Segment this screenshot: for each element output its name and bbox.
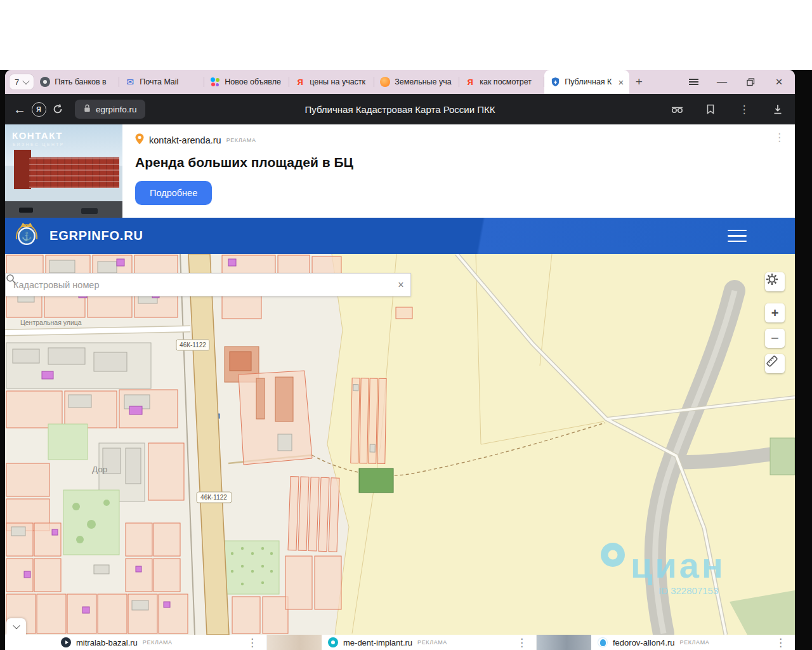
tab-banks[interactable]: Пять банков в xyxy=(34,70,119,94)
map-settings-button[interactable] xyxy=(765,272,785,291)
road-badge-1: 46К-1122 xyxy=(176,340,209,350)
tab-classifieds[interactable]: Новое объявле xyxy=(204,70,289,94)
site-brand[interactable]: EGRPINFO.RU xyxy=(49,229,143,243)
yandex-icon: Я xyxy=(465,77,475,87)
strip-parcels-a xyxy=(288,477,339,552)
tab-label: Земельные уча xyxy=(395,77,454,86)
svg-text:циан: циан xyxy=(631,545,726,585)
search-clear-icon[interactable]: × xyxy=(391,274,410,296)
chevron-down-icon xyxy=(23,77,30,84)
bottom-ad-1[interactable]: mitralab-bazal.ru РЕКЛАМА ⋮ xyxy=(5,635,266,650)
tab-label: как посмотрет xyxy=(480,77,539,86)
ad-thumbnail[interactable] xyxy=(537,635,591,650)
shield-icon xyxy=(550,77,560,87)
tab-counter-value: 7 xyxy=(15,77,19,87)
toolbar-right-icons: ⋮ xyxy=(667,100,795,119)
tab-label: цены на участк xyxy=(310,77,369,86)
ad-cta-button[interactable]: Подробнее xyxy=(135,181,212,205)
tab-counter-button[interactable]: 7 xyxy=(9,74,34,90)
top-ad-banner: КОНТАКТ БИЗНЕС ЦЕНТР kontakt-arenda.ru Р… xyxy=(5,124,795,218)
browser-window: 7 Пять банков в ✉ Почта Mail Новое объяв… xyxy=(5,70,795,650)
new-tab-button[interactable]: + xyxy=(629,72,648,91)
mail-icon: ✉ xyxy=(125,77,135,87)
svg-text:46К-1122: 46К-1122 xyxy=(180,342,206,348)
ad-badge: РЕКЛАМА xyxy=(143,639,173,646)
cadastral-search: × xyxy=(5,273,411,296)
ad-menu-icon[interactable]: ⋮ xyxy=(516,637,527,648)
url-field[interactable]: egrpinfo.ru xyxy=(75,100,145,119)
ad-image-title: КОНТАКТ xyxy=(12,130,63,141)
svg-text:⚓: ⚓ xyxy=(22,231,32,242)
chevron-down-icon xyxy=(13,622,20,629)
bottom-ad-2[interactable]: me-dent-implant.ru РЕКЛАМА ⋮ xyxy=(266,635,536,650)
classifieds-icon xyxy=(210,77,220,87)
spark-icon xyxy=(380,77,390,87)
tab-prices[interactable]: Я цены на участк xyxy=(289,70,374,94)
ad-body: kontakt-arenda.ru РЕКЛАМА Аренда больших… xyxy=(135,133,353,205)
restore-button[interactable] xyxy=(745,76,756,88)
site-logo: ⚓ xyxy=(11,220,42,253)
reload-button[interactable] xyxy=(48,100,67,119)
lock-icon xyxy=(83,103,91,115)
zoom-in-button[interactable]: + xyxy=(765,303,785,322)
ad-menu-icon[interactable]: ⋮ xyxy=(247,637,258,648)
close-tab-icon[interactable]: × xyxy=(618,77,624,87)
cadastral-map[interactable]: Центральная улица 46К-1122 46К-1122 Дор … xyxy=(5,254,795,635)
advertiser-link[interactable]: kontakt-arenda.ru xyxy=(149,135,221,145)
bank-icon xyxy=(40,77,50,87)
tab-mail[interactable]: ✉ Почта Mail xyxy=(119,70,204,94)
advertiser-link[interactable]: me-dent-implant.ru xyxy=(343,638,412,647)
ad-thumbnail[interactable] xyxy=(267,635,322,650)
ruler-button[interactable] xyxy=(765,354,785,373)
green-parcel[interactable] xyxy=(359,468,393,493)
bookmark-icon[interactable] xyxy=(701,100,720,119)
site-menu-icon[interactable] xyxy=(728,226,747,246)
ad-badge: РЕКЛАМА xyxy=(417,639,447,646)
tab-label: Пять банков в xyxy=(55,77,114,86)
url-text: egrpinfo.ru xyxy=(96,105,137,114)
yandex-home-button[interactable]: Я xyxy=(29,100,48,119)
close-window-button[interactable]: × xyxy=(773,76,785,88)
tab-label: Почта Mail xyxy=(140,77,199,86)
window-controls: — × xyxy=(688,76,795,88)
street-label: Центральная улица xyxy=(20,319,82,326)
ad-menu-icon[interactable]: ⋮ xyxy=(774,132,785,143)
collapse-ads-button[interactable] xyxy=(6,618,26,635)
svg-text:46К-1122: 46К-1122 xyxy=(200,494,227,501)
tab-cadastral-active[interactable]: Публичная К × xyxy=(544,70,629,94)
dent-favicon xyxy=(328,637,338,647)
location-pin-icon xyxy=(135,133,144,147)
tab-label: Новое объявле xyxy=(225,77,284,86)
ad-badge: РЕКЛАМА xyxy=(226,137,256,143)
road-badge-2: 46К-1122 xyxy=(197,492,232,503)
download-icon[interactable] xyxy=(768,100,787,119)
minimize-button[interactable]: — xyxy=(716,76,728,88)
tab-label: Публичная К xyxy=(565,77,613,86)
bottom-ad-3[interactable]: fedorov-allon4.ru РЕКЛАМА ⋮ xyxy=(536,635,795,650)
tooth-icon xyxy=(598,637,608,647)
yandex-icon: Я xyxy=(295,77,305,87)
search-icon[interactable] xyxy=(370,274,391,296)
tab-land[interactable]: Земельные уча xyxy=(374,70,459,94)
map-container: Центральная улица 46К-1122 46К-1122 Дор … xyxy=(5,254,795,635)
zoom-out-button[interactable]: − xyxy=(765,329,785,348)
advertiser-link[interactable]: mitralab-bazal.ru xyxy=(76,638,138,647)
incognito-icon[interactable] xyxy=(667,100,686,119)
screen: 7 Пять банков в ✉ Почта Mail Новое объяв… xyxy=(0,0,812,650)
back-button[interactable]: ← xyxy=(10,100,29,119)
central-street xyxy=(5,329,190,333)
ad-headline[interactable]: Аренда больших площадей в БЦ xyxy=(135,155,353,170)
tab-bar: 7 Пять банков в ✉ Почта Mail Новое объяв… xyxy=(5,70,795,94)
advertiser-link[interactable]: fedorov-allon4.ru xyxy=(613,638,675,647)
ad-menu-icon[interactable]: ⋮ xyxy=(775,637,786,648)
bottom-ads-bar: mitralab-bazal.ru РЕКЛАМА ⋮ me-dent-impl… xyxy=(5,635,795,650)
browser-menu-icon[interactable] xyxy=(688,76,699,88)
ad-badge: РЕКЛАМА xyxy=(680,639,710,646)
mitralab-favicon xyxy=(61,637,71,647)
site-header: ⚓ EGRPINFO.RU xyxy=(5,218,795,254)
toolbar-menu-icon[interactable]: ⋮ xyxy=(735,100,754,119)
search-input[interactable] xyxy=(6,274,370,296)
ad-image[interactable]: КОНТАКТ БИЗНЕС ЦЕНТР xyxy=(5,124,122,218)
settlement-label: Дор xyxy=(92,465,107,474)
tab-howto[interactable]: Я как посмотрет xyxy=(459,70,544,94)
